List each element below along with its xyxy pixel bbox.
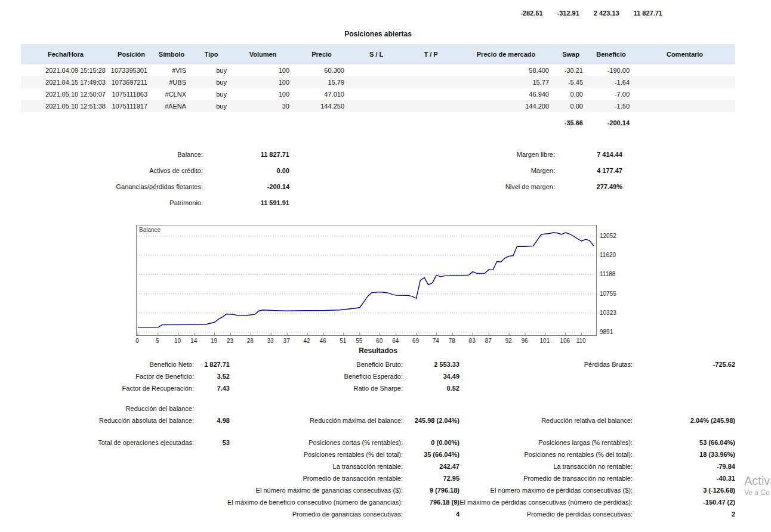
result-value: 3 (-126.68) <box>703 484 735 496</box>
result-label: Reducción del balance: <box>126 403 194 415</box>
x-tick-label: 78 <box>445 338 459 344</box>
table-cell: 1073697211 <box>110 79 152 86</box>
table-row: 2021.05.10 12:50:071075111863#CLNXbuy100… <box>21 88 735 100</box>
x-tick-label: 5 <box>150 338 165 344</box>
result-label: Beneficio Neto: <box>149 358 194 370</box>
result-label: La transacción no rentable: <box>553 460 633 472</box>
result-label: Posiciones cortas (% rentables): <box>309 437 403 449</box>
total-beneficio: -200.14 <box>607 119 630 126</box>
table-cell: #AENA <box>152 103 191 110</box>
table-cell: 2021.05.10 12:50:07 <box>21 91 110 98</box>
x-tick-label: 74 <box>428 338 443 344</box>
result-value: 2 <box>732 508 735 520</box>
result-label: Total de operaciones ejecutadas: <box>98 437 194 449</box>
result-label: Posiciones no rentables (% del total): <box>524 449 633 460</box>
column-header: Posición <box>110 51 152 58</box>
account-value: 7 414.44 <box>597 147 622 163</box>
table-cell: 144.200 <box>458 103 554 110</box>
table-row: 2021.04.15 17:49:031073697211#UBSbuy1001… <box>21 76 735 88</box>
summary-value: -312.91 <box>557 10 579 17</box>
table-cell: 30 <box>232 103 294 110</box>
trade-report-page: -282.51-312.912 423.1311 827.71 Posicion… <box>0 0 771 532</box>
table-cell: 144.250 <box>294 103 349 110</box>
totals-row: -35.66 -200.14 <box>0 119 771 129</box>
account-value: 11 591.91 <box>261 195 289 211</box>
result-value: 34.49 <box>443 370 459 382</box>
account-value: 0.00 <box>277 163 289 179</box>
result-value: -725.62 <box>713 358 735 370</box>
table-cell: 2021.04.09 15:15:28 <box>21 67 110 74</box>
table-cell: -1.50 <box>588 103 634 110</box>
column-header: Tipo <box>191 51 232 58</box>
result-label: El máximo de beneficio consecutivo (núme… <box>227 496 403 508</box>
y-tick-label: 10755 <box>600 290 616 297</box>
result-label: Factor de Beneficio: <box>135 370 194 382</box>
result-value: 796.18 (9) <box>430 496 459 508</box>
table-cell: 15.77 <box>458 79 554 86</box>
x-tick-label: 64 <box>388 338 403 344</box>
results-row: Beneficio Neto:1 827.71Beneficio Bruto:2… <box>0 358 771 370</box>
chart-x-axis: 0510141923283337424651556064697478838792… <box>136 338 602 345</box>
table-cell: 1073395301 <box>110 67 152 74</box>
watermark-line1: Activa <box>744 474 771 488</box>
table-cell: 2021.05.10 12:51:38 <box>21 103 110 110</box>
result-label: Pérdidas Brutas: <box>584 358 633 370</box>
x-tick-label: 28 <box>243 338 257 344</box>
result-value: 0.52 <box>447 382 459 394</box>
balance-chart: Balance <box>136 225 597 336</box>
results-row: Reducción absoluta del balance:4.98Reduc… <box>0 415 771 426</box>
column-header: T / P <box>403 51 458 58</box>
positions-header-row: Fecha/HoraPosiciónSímboloTipoVolumenPrec… <box>21 44 735 64</box>
result-value: 7.43 <box>217 382 230 394</box>
table-row: 2021.05.10 12:51:381075111917#AENAbuy301… <box>21 100 735 112</box>
x-tick-label: 110 <box>574 338 588 344</box>
x-tick-label: 60 <box>372 338 387 344</box>
result-label: Beneficio Bruto: <box>356 358 403 370</box>
y-tick-label: 11188 <box>600 271 615 277</box>
y-tick-label: 12052 <box>600 233 616 239</box>
x-tick-label: 10 <box>171 338 185 344</box>
summary-value: 11 827.71 <box>634 10 662 17</box>
result-label: El número máximo de ganancias consecutiv… <box>256 484 403 496</box>
x-tick-label: 37 <box>279 338 294 344</box>
table-cell: 46.940 <box>458 91 554 98</box>
account-value: -200.14 <box>267 179 289 195</box>
table-cell: #CLNX <box>152 91 191 98</box>
result-value: 242.47 <box>439 460 459 472</box>
account-row: Ganancias/pérdidas flotantes:-200.14Nive… <box>0 179 771 195</box>
chart-title: Balance <box>139 227 161 233</box>
account-label: Nivel de margen: <box>505 179 555 195</box>
table-cell: #VIS <box>152 67 191 74</box>
x-tick-label: 106 <box>558 338 572 344</box>
table-cell: 0.00 <box>554 91 588 98</box>
results-row: La transacción rentable:242.47La transac… <box>0 460 771 472</box>
result-label: Posiciones rentables (% del total): <box>304 449 403 460</box>
x-tick-label: 101 <box>538 338 552 344</box>
account-summary: Balance:11 827.71Margen libre:7 414.44Ac… <box>0 147 771 211</box>
x-tick-label: 96 <box>517 338 532 344</box>
account-row: Patrimonio:11 591.91 <box>0 195 771 211</box>
column-header: Precio de mercado <box>458 51 554 58</box>
table-cell: 58.400 <box>458 67 554 74</box>
results-row: Promedio de ganancias consecutivas:4Prom… <box>0 508 771 520</box>
results-section: Beneficio Neto:1 827.71Beneficio Bruto:2… <box>0 358 771 520</box>
table-cell: 15.79 <box>294 79 349 86</box>
result-label: Promedio de transacción no rentable: <box>523 472 633 484</box>
result-value: 2 553.33 <box>434 358 459 370</box>
results-row: El número máximo de ganancias consecutiv… <box>0 484 771 496</box>
table-cell: 60.300 <box>294 67 349 74</box>
table-cell: 100 <box>232 91 294 98</box>
result-value: 9 (796.18) <box>430 484 459 496</box>
x-tick-label: 23 <box>223 338 238 344</box>
result-label: Factor de Recuperación: <box>122 382 194 394</box>
table-cell: -1.64 <box>588 79 634 86</box>
result-label: Promedio de transacción rentable: <box>303 472 403 484</box>
table-cell: 100 <box>232 67 294 74</box>
result-label: Beneficio Esperado: <box>344 370 403 382</box>
x-tick-label: 55 <box>352 338 366 344</box>
account-label: Ganancias/pérdidas flotantes: <box>116 179 203 195</box>
x-tick-label: 19 <box>206 338 221 344</box>
table-cell: buy <box>191 67 232 74</box>
result-value: 245.98 (2.04%) <box>415 415 459 426</box>
result-value: 72.95 <box>443 472 459 484</box>
